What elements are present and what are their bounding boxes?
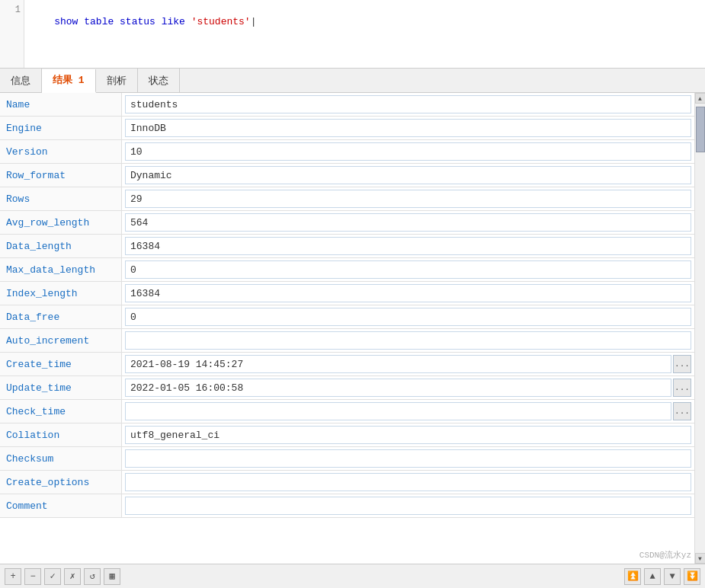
field-input-max_data_length[interactable] <box>125 260 691 279</box>
table-row: Index_length <box>0 282 694 305</box>
field-input-comment[interactable] <box>125 497 691 515</box>
table-row: Update_time... <box>0 376 694 400</box>
tab-profiling[interactable]: 剖析 <box>96 69 138 92</box>
field-label-collation: Collation <box>0 423 122 446</box>
field-input-collation[interactable] <box>125 426 691 444</box>
field-expand-button[interactable]: ... <box>673 355 691 373</box>
field-expand-button[interactable]: ... <box>673 379 691 397</box>
scroll-thumb[interactable] <box>696 107 705 152</box>
sql-cursor: | <box>251 16 257 27</box>
scroll-down-arrow[interactable]: ▼ <box>695 553 706 564</box>
field-input-data_length[interactable] <box>125 237 691 255</box>
field-label-avg_row_length: Avg_row_length <box>0 211 122 234</box>
table-row: Rows <box>0 187 694 211</box>
field-input-row_format[interactable] <box>125 166 691 184</box>
grid-button[interactable]: ▦ <box>104 568 120 585</box>
field-input-engine[interactable] <box>125 119 691 137</box>
table-row: Comment <box>0 494 694 518</box>
field-value-wrap <box>122 117 694 139</box>
table-row: Max_data_length <box>0 258 694 282</box>
field-label-data_free: Data_free <box>0 305 122 328</box>
field-label-row_format: Row_format <box>0 164 122 187</box>
data-area[interactable]: NameEngineVersionRow_formatRowsAvg_row_l… <box>0 93 694 564</box>
field-value-wrap <box>122 305 694 328</box>
field-label-create_time: Create_time <box>0 353 122 375</box>
footer-right: ⏫ ▲ ▼ ⏬ <box>624 568 700 585</box>
field-value-wrap: ... <box>122 400 694 423</box>
sql-editor: 1 show table status like 'students'| <box>0 0 705 69</box>
table-row: Create_time... <box>0 353 694 376</box>
field-value-wrap <box>122 471 694 494</box>
tabs-bar: 信息 结果 1 剖析 状态 <box>0 69 705 93</box>
footer-left: + − ✓ ✗ ↺ ▦ <box>5 568 120 585</box>
field-expand-button[interactable]: ... <box>673 402 691 420</box>
field-label-data_length: Data_length <box>0 235 122 257</box>
main-content: NameEngineVersionRow_formatRowsAvg_row_l… <box>0 93 705 564</box>
field-value-wrap <box>122 494 694 517</box>
field-input-auto_increment[interactable] <box>125 331 691 350</box>
nav-first-button[interactable]: ⏫ <box>624 568 641 585</box>
field-value-wrap <box>122 258 694 281</box>
field-input-update_time[interactable] <box>125 379 671 397</box>
field-input-version[interactable] <box>125 142 691 161</box>
field-label-auto_increment: Auto_increment <box>0 329 122 352</box>
nav-down-button[interactable]: ▼ <box>664 568 681 585</box>
cancel-button[interactable]: ✗ <box>64 568 81 585</box>
footer-toolbar: + − ✓ ✗ ↺ ▦ ⏫ ▲ ▼ ⏬ <box>0 564 705 588</box>
table-row: Row_format <box>0 164 694 187</box>
table-row: Version <box>0 140 694 164</box>
field-input-create_time[interactable] <box>125 355 671 373</box>
field-value-wrap <box>122 93 694 116</box>
tab-result1[interactable]: 结果 1 <box>42 69 96 93</box>
tab-status[interactable]: 状态 <box>138 69 180 92</box>
delete-row-button[interactable]: − <box>24 568 41 585</box>
field-label-name: Name <box>0 93 122 116</box>
field-value-wrap <box>122 282 694 305</box>
table-row: Engine <box>0 117 694 140</box>
table-row: Avg_row_length <box>0 211 694 235</box>
table-row: Check_time... <box>0 400 694 423</box>
field-value-wrap <box>122 164 694 187</box>
field-value-wrap <box>122 235 694 257</box>
line-number-1: 1 <box>3 5 21 15</box>
field-value-wrap <box>122 423 694 446</box>
refresh-button[interactable]: ↺ <box>84 568 101 585</box>
field-input-create_options[interactable] <box>125 473 691 491</box>
field-value-wrap: ... <box>122 353 694 375</box>
field-value-wrap <box>122 187 694 210</box>
sql-content[interactable]: show table status like 'students'| <box>24 0 705 68</box>
field-label-version: Version <box>0 140 122 163</box>
confirm-button[interactable]: ✓ <box>44 568 61 585</box>
tab-info[interactable]: 信息 <box>0 69 42 92</box>
field-value-wrap: ... <box>122 376 694 399</box>
field-input-rows[interactable] <box>125 190 691 208</box>
field-value-wrap <box>122 140 694 163</box>
table-row: Checksum <box>0 447 694 471</box>
field-input-avg_row_length[interactable] <box>125 213 691 232</box>
table-row: Auto_increment <box>0 329 694 353</box>
field-input-data_free[interactable] <box>125 308 691 326</box>
scroll-up-arrow[interactable]: ▲ <box>695 93 706 104</box>
field-value-wrap <box>122 211 694 234</box>
field-input-name[interactable] <box>125 95 691 113</box>
field-label-update_time: Update_time <box>0 376 122 399</box>
field-value-wrap <box>122 329 694 352</box>
field-label-checksum: Checksum <box>0 447 122 470</box>
sql-keyword: show table status like <box>54 16 191 27</box>
field-input-checksum[interactable] <box>125 449 691 468</box>
field-input-check_time[interactable] <box>125 402 671 420</box>
field-label-check_time: Check_time <box>0 400 122 423</box>
field-label-index_length: Index_length <box>0 282 122 305</box>
field-label-engine: Engine <box>0 117 122 139</box>
nav-last-button[interactable]: ⏬ <box>684 568 700 585</box>
add-row-button[interactable]: + <box>5 568 21 585</box>
field-input-index_length[interactable] <box>125 284 691 302</box>
sql-string: 'students' <box>191 16 251 27</box>
nav-up-button[interactable]: ▲ <box>644 568 661 585</box>
table-row: Name <box>0 93 694 117</box>
line-numbers: 1 <box>0 0 24 68</box>
field-label-create_options: Create_options <box>0 471 122 494</box>
scrollbar[interactable]: ▲ ▼ <box>694 93 705 564</box>
table-row: Data_free <box>0 305 694 329</box>
table-row: Data_length <box>0 235 694 258</box>
